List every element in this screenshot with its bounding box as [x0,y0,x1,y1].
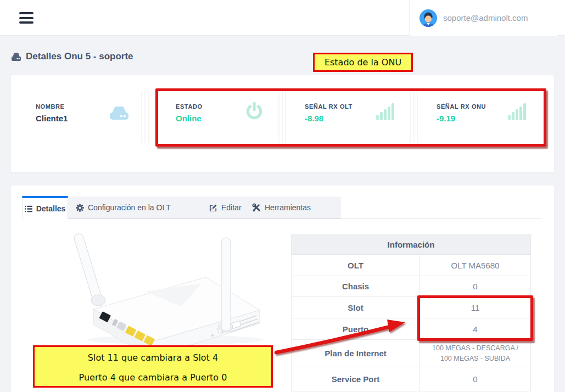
divider [141,91,150,143]
row-label: Slot [292,297,420,318]
app-window: soporte@adminolt.com Detalles Onu 5 - so… [0,0,565,392]
tab-herramientas[interactable]: Herramientas [252,197,320,219]
tab-label: Editar [221,203,242,212]
annotation-arrow [271,317,411,359]
onu-device-icon [11,52,21,61]
stat-nombre-label: NOMBRE [36,103,65,110]
annotation-note-line2: Puerto 4 que cambiara a Puerto 0 [35,372,271,383]
row-value: OLT MA5680 [420,255,530,276]
menu-toggle-icon[interactable] [19,12,33,24]
annotation-estado-label: Estado de la ONU [313,53,413,72]
row-value: 0 [420,367,530,391]
gear-icon [76,204,84,212]
tab-label: Detalles [36,204,66,213]
row-label: OLT [292,255,420,276]
tabs-divider [22,219,542,219]
tools-icon [252,203,261,212]
row-value: 0 [420,276,530,296]
tab-label: Configuración en la OLT [88,203,171,212]
annotation-slot-puerto-rect [417,295,533,341]
table-row: OLT OLT MA5680 [292,255,530,276]
onu-product-image [63,232,266,345]
table-row: Chasis 0 [292,276,530,297]
page-title-text: Detalles Onu 5 - soporte [26,51,133,62]
annotation-note-line1: Slot 11 que cambiara a Slot 4 [35,352,271,363]
user-avatar [419,9,437,27]
stat-nombre-value: Cliente1 [36,114,68,123]
annotation-note: Slot 11 que cambiara a Slot 4 Puerto 4 q… [33,345,273,388]
table-row: Service Port 0 [292,367,530,391]
tab-detalles[interactable]: Detalles [22,196,68,219]
row-label: Chasis [292,276,420,296]
tabs-strip: Configuración en la OLT Editar [68,197,341,219]
modem-icon [108,105,131,121]
top-bar: soporte@adminolt.com [0,0,565,36]
tab-label: Herramientas [265,203,311,212]
list-icon [25,205,32,212]
row-label: Service Port [292,367,420,391]
user-menu[interactable]: soporte@adminolt.com [409,0,557,36]
info-table-header: Información [292,235,530,255]
row-value: 100 MEGAS - DESCARGA / 100 MEGAS - SUBID… [420,340,530,367]
page-title: Detalles Onu 5 - soporte [11,51,133,62]
tab-editar[interactable]: Editar [209,197,251,219]
tab-configuracion-olt[interactable]: Configuración en la OLT [76,197,180,219]
edit-icon [209,204,217,212]
annotation-status-rect [155,88,546,147]
user-email: soporte@adminolt.com [443,13,528,23]
